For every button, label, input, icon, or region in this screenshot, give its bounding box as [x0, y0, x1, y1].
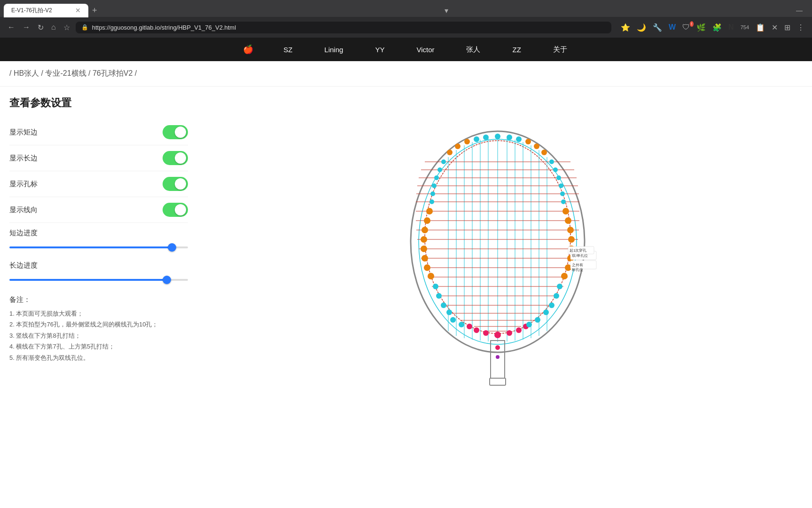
svg-point-68 — [430, 191, 435, 196]
nav-item-lining[interactable]: Lining — [322, 42, 345, 57]
svg-point-85 — [535, 317, 540, 323]
n-extension-icon[interactable]: N — [726, 22, 736, 32]
svg-point-87 — [433, 284, 438, 289]
svg-point-64 — [441, 159, 446, 164]
nav-item-zhangren[interactable]: 张人 — [464, 41, 482, 58]
breadcrumb-bar: / HB张人 / 专业-21横线 / 76孔球拍V2 / — [0, 61, 812, 87]
racket-svg: 双/单孔位 之外有 标孔位 起/终结孔 起1次穿孔 — [197, 96, 803, 388]
svg-point-55 — [495, 134, 500, 139]
setting-label-direction: 显示线向 — [9, 206, 38, 214]
new-tab-button[interactable]: + — [92, 6, 97, 16]
svg-point-93 — [549, 302, 554, 308]
svg-text:起1次穿孔: 起1次穿孔 — [570, 248, 586, 253]
bookmark-star-icon[interactable]: ⭐ — [619, 22, 632, 33]
svg-point-76 — [467, 324, 472, 329]
setting-row-short-side: 显示矩边 — [9, 119, 188, 145]
menu-icon[interactable]: ⋮ — [795, 22, 806, 33]
svg-point-72 — [556, 175, 561, 180]
toggle-hole-mark[interactable] — [163, 177, 188, 191]
svg-point-71 — [553, 167, 558, 172]
home-button[interactable]: ⌂ — [49, 21, 58, 33]
x-icon[interactable]: ✕ — [770, 22, 780, 33]
svg-point-39 — [422, 227, 428, 233]
tab-bar: E-V1-76孔拍-V2 ✕ + ▾ — — [0, 0, 812, 17]
svg-point-107 — [496, 355, 500, 359]
svg-point-74 — [560, 191, 565, 196]
tab-title: E-V1-76孔拍-V2 — [11, 7, 52, 15]
svg-point-70 — [549, 159, 554, 164]
svg-point-69 — [429, 199, 434, 204]
svg-point-106 — [495, 345, 500, 350]
svg-point-54 — [483, 135, 489, 140]
address-bar-row: ← → ↻ ⌂ ☆ 🔒 https://gguosong.gitlab.io/s… — [0, 17, 812, 38]
note-3: 3. 竖线在下方第8孔打结； — [9, 330, 188, 341]
svg-point-92 — [554, 293, 559, 299]
apple-logo: 🍎 — [243, 44, 253, 55]
bookmark-button[interactable]: ☆ — [62, 21, 72, 34]
breadcrumb: / HB张人 / 专业-21横线 / 76孔球拍V2 / — [9, 69, 137, 77]
browser-chrome: E-V1-76孔拍-V2 ✕ + ▾ — ← → ↻ ⌂ ☆ 🔒 https:/… — [0, 0, 812, 38]
download-count[interactable]: 754 — [739, 24, 751, 31]
svg-point-56 — [507, 135, 512, 140]
tab-overflow[interactable]: ▾ — [445, 6, 448, 15]
minimize-button[interactable]: — — [796, 7, 803, 14]
short-side-slider-label: 短边进度 — [9, 229, 188, 238]
forward-button[interactable]: → — [21, 21, 32, 33]
short-side-slider[interactable] — [9, 246, 188, 248]
svg-rect-105 — [490, 378, 506, 385]
svg-point-40 — [421, 236, 427, 243]
back-button[interactable]: ← — [6, 21, 17, 33]
address-bar[interactable]: 🔒 https://gguosong.gitlab.io/string/HBP_… — [76, 22, 611, 33]
svg-point-45 — [562, 208, 569, 214]
setting-row-long-side: 显示长边 — [9, 145, 188, 171]
w-extension-icon[interactable]: W — [667, 22, 678, 32]
nav-item-yy[interactable]: YY — [373, 42, 386, 57]
toggle-long-side[interactable] — [163, 151, 188, 165]
svg-point-75 — [561, 199, 566, 204]
toggle-short-side[interactable] — [163, 125, 188, 139]
svg-point-65 — [437, 167, 442, 172]
note-1: 1. 本页面可无损放大观看； — [9, 308, 188, 319]
main-content: 查看参数设置 显示矩边 显示长边 显示孔标 显示线向 — [0, 87, 812, 398]
svg-point-38 — [424, 217, 430, 224]
long-side-slider-label: 长边进度 — [9, 261, 188, 270]
nav-item-about[interactable]: 关于 — [551, 41, 569, 58]
svg-point-57 — [516, 136, 522, 142]
url-text: https://gguosong.gitlab.io/string/HBP_V1… — [92, 24, 606, 31]
svg-text:之外有: 之外有 — [572, 263, 583, 267]
leaf-icon[interactable]: 🌿 — [695, 22, 708, 33]
setting-row-hole-mark: 显示孔标 — [9, 171, 188, 197]
nav-item-zz[interactable]: ZZ — [510, 42, 523, 57]
grid-icon[interactable]: ⊞ — [782, 22, 792, 33]
note-2: 2. 本页拍型为76孔，最外侧竖线之间的横线孔为10孔； — [9, 319, 188, 330]
moon-icon[interactable]: 🌙 — [635, 22, 648, 33]
active-tab[interactable]: E-V1-76孔拍-V2 ✕ — [4, 4, 88, 17]
svg-point-48 — [568, 236, 575, 243]
svg-point-81 — [516, 327, 522, 333]
svg-point-90 — [446, 310, 452, 315]
extensions-icon[interactable]: 🔧 — [651, 22, 664, 33]
nav-item-sz[interactable]: SZ — [281, 42, 294, 57]
svg-point-94 — [543, 310, 549, 315]
puzzle-icon[interactable]: 🧩 — [710, 22, 724, 33]
long-side-slider[interactable] — [9, 279, 188, 281]
toggle-short-side-slider — [163, 125, 188, 139]
svg-point-89 — [441, 302, 446, 308]
nav-item-victor[interactable]: Victor — [414, 42, 436, 57]
svg-point-60 — [447, 150, 453, 155]
toggle-long-side-slider — [163, 151, 188, 165]
notepad-icon[interactable]: 📋 — [754, 22, 767, 33]
svg-point-58 — [464, 139, 470, 144]
svg-point-86 — [526, 322, 532, 327]
svg-point-46 — [565, 217, 571, 224]
toggle-direction[interactable] — [163, 203, 188, 217]
svg-point-73 — [559, 183, 563, 188]
long-side-slider-section: 长边进度 — [9, 255, 188, 288]
notes-section: 备注： 1. 本页面可无损放大观看； 2. 本页拍型为76孔，最外侧竖线之间的横… — [9, 295, 188, 363]
setting-label-short-side: 显示矩边 — [9, 128, 38, 137]
svg-point-80 — [507, 330, 512, 336]
reload-button[interactable]: ↻ — [36, 21, 46, 34]
window-controls: — — [796, 7, 808, 14]
tab-close-button[interactable]: ✕ — [75, 7, 81, 14]
toolbar-icons: ⭐ 🌙 🔧 W 🛡 ! 🌿 🧩 N 754 📋 ✕ ⊞ ⋮ — [619, 22, 806, 33]
